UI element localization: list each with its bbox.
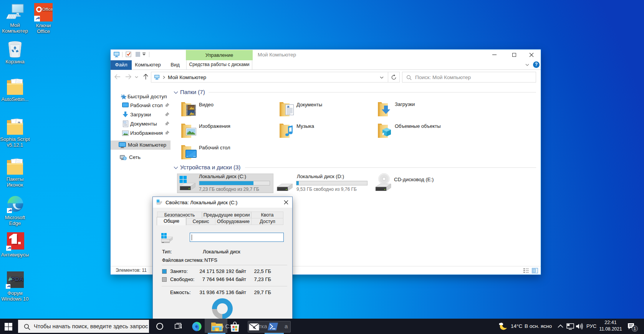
svg-text:PDA: PDA	[11, 276, 23, 282]
svg-text:Office: Office	[42, 7, 53, 12]
